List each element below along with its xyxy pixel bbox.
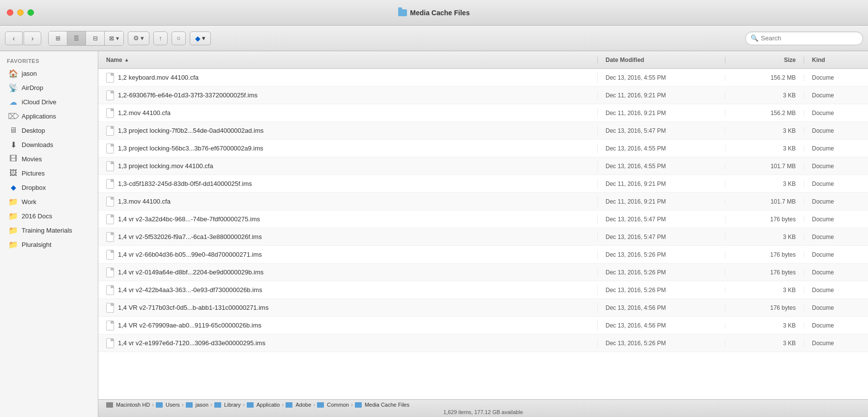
sidebar-item-jason[interactable]: 🏠 jason bbox=[2, 66, 96, 80]
table-row[interactable]: 1,4 vr v2-e1997e6d-7120...3096-d33e00000… bbox=[98, 334, 868, 352]
maximize-button[interactable] bbox=[28, 9, 34, 16]
title-bar: Media Cache Files bbox=[0, 0, 868, 26]
table-row[interactable]: 1,3 project locking.mov 44100.cfa Dec 13… bbox=[98, 157, 868, 175]
table-row[interactable]: 1,2.mov 44100.cfa Dec 11, 2016, 9:21 PM … bbox=[98, 104, 868, 122]
file-icon bbox=[106, 285, 114, 295]
close-button[interactable] bbox=[7, 9, 13, 16]
sidebar-item-2016docs[interactable]: 📁 2016 Docs bbox=[2, 209, 96, 223]
table-row[interactable]: 1,2-693067f6-e64e-01d3-37f3-33720000025f… bbox=[98, 87, 868, 104]
sidebar-item-applications[interactable]: ⌦ Applications bbox=[2, 109, 96, 123]
file-size-cell: 3 KB bbox=[725, 92, 804, 99]
file-name-cell: 1,4 vr v2-66b04d36-b05...99e0-48d7000002… bbox=[98, 250, 598, 260]
col-header-kind[interactable]: Kind bbox=[804, 57, 868, 63]
file-size-cell: 176 bytes bbox=[725, 269, 804, 276]
cover-flow-button[interactable]: ⊠ ▾ bbox=[105, 31, 123, 45]
tag-button[interactable]: ○ bbox=[172, 31, 186, 45]
table-row[interactable]: 1,3-cd5f1832-245d-83db-0f5f-dd14000025f.… bbox=[98, 175, 868, 193]
breadcrumb-folder-icon bbox=[247, 402, 254, 408]
table-row[interactable]: 1,4 vr v2-66b04d36-b05...99e0-48d7000002… bbox=[98, 246, 868, 264]
back-icon: ‹ bbox=[13, 34, 15, 42]
sidebar-item-movies[interactable]: 🎞 Movies bbox=[2, 152, 96, 166]
file-size-cell: 176 bytes bbox=[725, 216, 804, 223]
forward-button[interactable]: › bbox=[24, 31, 41, 45]
breadcrumb-item[interactable]: Macintosh HD bbox=[106, 402, 150, 408]
icon-view-button[interactable]: ⊞ bbox=[49, 31, 67, 45]
search-icon: 🔍 bbox=[751, 34, 758, 42]
file-kind-cell: Docume bbox=[804, 74, 868, 81]
breadcrumb-label: Adobe bbox=[295, 402, 311, 408]
file-name: 1,3.mov 44100.cfa bbox=[118, 198, 171, 205]
sidebar-item-work[interactable]: 📁 Work bbox=[2, 195, 96, 208]
breadcrumb-folder-icon bbox=[317, 402, 324, 408]
file-name: 1,2 keyboard.mov 44100.cfa bbox=[118, 74, 199, 81]
sort-arrow: ▲ bbox=[124, 57, 129, 62]
sidebar-item-icloud[interactable]: ☁ iCloud Drive bbox=[2, 95, 96, 109]
sidebar-item-dropbox[interactable]: ◆ Dropbox bbox=[2, 180, 96, 194]
breadcrumb-item[interactable]: jason bbox=[186, 402, 208, 408]
search-input[interactable] bbox=[761, 34, 858, 42]
sidebar-label-jason: jason bbox=[22, 70, 37, 77]
file-size-cell: 101.7 MB bbox=[725, 163, 804, 170]
sidebar-label-applications: Applications bbox=[22, 113, 56, 120]
file-date-cell: Dec 11, 2016, 9:21 PM bbox=[598, 198, 725, 205]
table-row[interactable]: 1,4 VR v2-717b03cf-0d5...b-abb1-131c0000… bbox=[98, 299, 868, 317]
table-row[interactable]: 1,4 vr v2-422b4aa3-363...-0e93-df7300000… bbox=[98, 281, 868, 299]
title-text: Media Cache Files bbox=[410, 9, 469, 17]
table-row[interactable]: 1,4 VR v2-679909ae-ab0...9119-65c0000026… bbox=[98, 317, 868, 334]
file-name: 1,3 project locking-7f0b2...54de-0ad4000… bbox=[118, 127, 263, 134]
file-size-cell: 3 KB bbox=[725, 287, 804, 294]
file-name-cell: 1,3.mov 44100.cfa bbox=[98, 197, 598, 207]
sidebar-item-pictures[interactable]: 🖼 Pictures bbox=[2, 166, 96, 180]
breadcrumb-item[interactable]: Library bbox=[214, 402, 241, 408]
sidebar-label-airdrop: AirDrop bbox=[22, 84, 43, 91]
breadcrumb-item[interactable]: Users bbox=[156, 402, 180, 408]
breadcrumb-item[interactable]: Media Cache Files bbox=[355, 402, 409, 408]
file-kind-cell: Docume bbox=[804, 198, 868, 205]
sidebar-item-training[interactable]: 📁 Training Materials bbox=[2, 223, 96, 237]
back-button[interactable]: ‹ bbox=[5, 31, 23, 45]
file-kind-cell: Docume bbox=[804, 127, 868, 134]
training-folder-icon: 📁 bbox=[9, 226, 18, 235]
file-name-cell: 1,4 vr v2-5f532026-f9a7...-6ca1-3e880000… bbox=[98, 232, 598, 242]
breadcrumb-item[interactable]: Common bbox=[317, 402, 349, 408]
col-header-name[interactable]: Name ▲ bbox=[98, 57, 598, 63]
file-date-cell: Dec 11, 2016, 9:21 PM bbox=[598, 92, 725, 99]
pictures-icon: 🖼 bbox=[9, 169, 18, 178]
sidebar: Favorites 🏠 jason 📡 AirDrop ☁ iCloud Dri… bbox=[0, 51, 98, 417]
sidebar-label-work: Work bbox=[22, 198, 36, 206]
table-row[interactable]: 1,4 vr v2-3a22d4bc-968...-74be-7fdf00000… bbox=[98, 210, 868, 228]
sidebar-item-pluralsight[interactable]: 📁 Pluralsight bbox=[2, 238, 96, 251]
table-row[interactable]: 1,4 vr v2-5f532026-f9a7...-6ca1-3e880000… bbox=[98, 228, 868, 246]
sidebar-item-downloads[interactable]: ⬇ Downloads bbox=[2, 138, 96, 151]
table-row[interactable]: 1,3 project locking-56bc3...3b76-ef67000… bbox=[98, 140, 868, 157]
sidebar-item-airdrop[interactable]: 📡 AirDrop bbox=[2, 81, 96, 94]
breadcrumb-item[interactable]: Adobe bbox=[286, 402, 311, 408]
list-view-button[interactable]: ☰ bbox=[67, 31, 86, 45]
minimize-button[interactable] bbox=[17, 9, 24, 16]
sidebar-label-dropbox: Dropbox bbox=[22, 184, 46, 191]
file-name: 1,2.mov 44100.cfa bbox=[118, 109, 171, 117]
column-view-button[interactable]: ⊟ bbox=[86, 31, 105, 45]
table-row[interactable]: 1,2 keyboard.mov 44100.cfa Dec 13, 2016,… bbox=[98, 69, 868, 87]
table-row[interactable]: 1,4 vr v2-0149a64e-d8bf...2204-be9d00000… bbox=[98, 264, 868, 281]
traffic-lights bbox=[7, 9, 34, 16]
share-button[interactable]: ↑ bbox=[153, 31, 168, 45]
table-row[interactable]: 1,3 project locking-7f0b2...54de-0ad4000… bbox=[98, 122, 868, 140]
file-date-cell: Dec 13, 2016, 5:26 PM bbox=[598, 340, 725, 347]
breadcrumb-item[interactable]: Applicatio bbox=[247, 402, 280, 408]
sidebar-item-desktop[interactable]: 🖥 Desktop bbox=[2, 123, 96, 137]
col-header-size[interactable]: Size bbox=[725, 57, 804, 63]
work-folder-icon: 📁 bbox=[9, 197, 18, 206]
file-kind-cell: Docume bbox=[804, 304, 868, 311]
file-icon bbox=[106, 197, 114, 207]
file-icon bbox=[106, 321, 114, 330]
breadcrumb-folder-icon bbox=[106, 402, 113, 408]
file-name: 1,4 vr v2-422b4aa3-363...-0e93-df7300000… bbox=[118, 286, 262, 294]
dropbox-button[interactable]: ◆ ▾ bbox=[190, 31, 211, 45]
breadcrumb-label: Common bbox=[327, 402, 349, 408]
table-row[interactable]: 1,3.mov 44100.cfa Dec 11, 2016, 9:21 PM … bbox=[98, 193, 868, 210]
arrange-button[interactable]: ⚙ ▾ bbox=[128, 31, 149, 45]
nav-buttons: ‹ › bbox=[5, 31, 41, 45]
col-header-date[interactable]: Date Modified bbox=[598, 57, 725, 63]
search-bar[interactable]: 🔍 bbox=[745, 31, 863, 45]
